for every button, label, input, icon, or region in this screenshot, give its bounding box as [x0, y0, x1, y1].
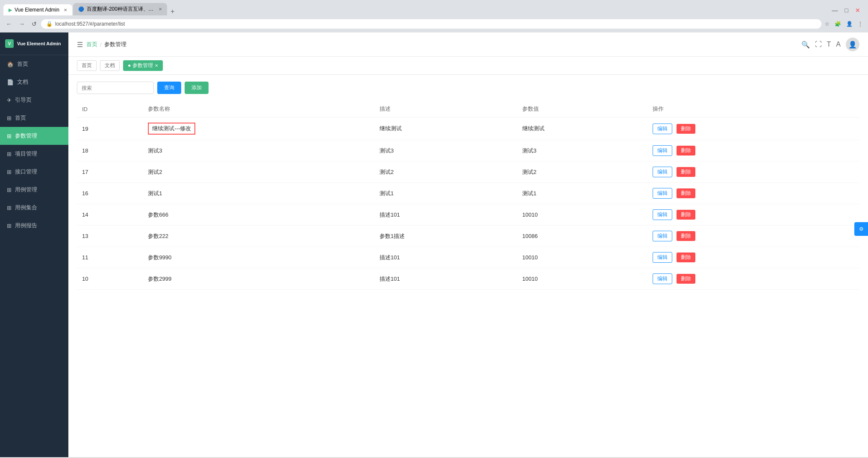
suite-icon: ⊞ [7, 205, 12, 211]
url-lock-icon: 🔒 [46, 21, 53, 27]
cell-name: 参数9990 [143, 247, 374, 268]
delete-button[interactable]: 删除 [677, 188, 695, 198]
tag-docs[interactable]: 文档 [100, 60, 120, 71]
col-name: 参数名称 [143, 101, 374, 117]
tab-title: Vue Element Admin [15, 7, 59, 13]
browser-chrome: ▶ Vue Element Admin ✕ 🔵 百度翻译-200种语言互译、沟通… [0, 0, 868, 32]
cell-action: 编辑 删除 [647, 183, 859, 204]
sidebar-label-report: 用例报告 [15, 222, 37, 229]
param-icon: ⊞ [7, 133, 12, 139]
tab-2[interactable]: 🔵 百度翻译-200种语言互译、沟通... ✕ [73, 3, 167, 15]
sidebar-item-case[interactable]: ⊞ 用例管理 [0, 181, 68, 199]
restore-button[interactable]: □ [842, 5, 851, 15]
avatar[interactable]: 👤 [846, 38, 859, 51]
sidebar-item-param[interactable]: ⊞ 参数管理 [0, 127, 68, 145]
minimize-button[interactable]: — [830, 5, 841, 15]
edit-button[interactable]: 编辑 [653, 123, 672, 134]
sidebar-item-home1[interactable]: 🏠 首页 [0, 55, 68, 73]
tab-title-2: 百度翻译-200种语言互译、沟通... [87, 6, 154, 13]
tag-close-icon[interactable]: ✕ [155, 63, 158, 68]
cell-desc: 描述101 [374, 204, 517, 226]
cell-value: 10010 [517, 247, 647, 268]
edit-button[interactable]: 编辑 [653, 252, 672, 263]
cell-id: 10 [77, 268, 143, 290]
edit-button[interactable]: 编辑 [653, 145, 672, 156]
tag-param[interactable]: ● 参数管理 ✕ [123, 60, 163, 71]
sidebar-item-suite[interactable]: ⊞ 用例集合 [0, 199, 68, 217]
cell-value: 继续测试 [517, 117, 647, 140]
sidebar-item-report[interactable]: ⊞ 用例报告 [0, 217, 68, 235]
sidebar-label-home2: 首页 [15, 114, 26, 122]
breadcrumb-home[interactable]: 首页 [86, 41, 97, 48]
sidebar-label-api: 接口管理 [15, 168, 37, 176]
reload-button[interactable]: ↺ [29, 19, 39, 29]
cell-desc: 测试3 [374, 140, 517, 161]
edit-button[interactable]: 编辑 [653, 231, 672, 241]
hamburger-icon[interactable]: ☰ [77, 41, 83, 49]
profile-button[interactable]: 👤 [844, 19, 854, 29]
cell-id: 17 [77, 161, 143, 183]
close-window-button[interactable]: ✕ [853, 5, 863, 15]
edit-button[interactable]: 编辑 [653, 209, 672, 220]
sidebar-item-docs[interactable]: 📄 文档 [0, 73, 68, 91]
new-tab-button[interactable]: + [168, 8, 177, 15]
sidebar-item-home2[interactable]: ⊞ 首页 [0, 109, 68, 127]
cell-name: 测试2 [143, 161, 374, 183]
tab-1[interactable]: ▶ Vue Element Admin ✕ [3, 4, 72, 15]
breadcrumb-current: 参数管理 [104, 41, 127, 48]
lang-icon[interactable]: A [836, 41, 841, 48]
sidebar-item-api[interactable]: ⊞ 接口管理 [0, 163, 68, 181]
table-area: 查询 添加 ID 参数名称 描述 参数值 操作 19 继续测试---修改 [68, 75, 868, 457]
delete-button[interactable]: 删除 [677, 167, 695, 177]
extension-button[interactable]: 🧩 [833, 19, 843, 29]
sidebar-logo: V Vue Element Admin [0, 32, 68, 55]
edit-button[interactable]: 编辑 [653, 167, 672, 177]
sidebar-label-guide: 引导页 [15, 96, 32, 104]
cell-action: 编辑 删除 [647, 161, 859, 183]
cell-id: 11 [77, 247, 143, 268]
menu-button[interactable]: ⋮ [856, 19, 865, 29]
settings-button[interactable]: ⚙ [854, 222, 868, 236]
tag-home[interactable]: 首页 [77, 60, 97, 71]
delete-button[interactable]: 删除 [677, 252, 695, 262]
home2-icon: ⊞ [7, 115, 12, 121]
cell-id: 19 [77, 117, 143, 140]
delete-button[interactable]: 删除 [677, 210, 695, 220]
project-icon: ⊞ [7, 151, 12, 157]
cell-desc: 测试1 [374, 183, 517, 204]
search-icon[interactable]: 🔍 [801, 41, 810, 49]
back-button[interactable]: ← [3, 19, 15, 29]
report-icon: ⊞ [7, 223, 12, 229]
font-icon[interactable]: T [827, 41, 831, 48]
tab-close[interactable]: ✕ [64, 8, 67, 12]
home1-icon: 🏠 [7, 61, 14, 68]
cell-value: 10086 [517, 226, 647, 247]
cell-value: 测试1 [517, 183, 647, 204]
tab-close-2[interactable]: ✕ [159, 7, 162, 12]
sidebar-item-guide[interactable]: ✈ 引导页 [0, 91, 68, 109]
table-row: 18 测试3 测试3 测试3 编辑 删除 [77, 140, 859, 161]
col-desc: 描述 [374, 101, 517, 117]
forward-button[interactable]: → [16, 19, 27, 29]
bookmark-button[interactable]: ☆ [823, 19, 831, 29]
search-input[interactable] [77, 82, 154, 94]
url-bar[interactable]: 🔒 localhost:9527/#/parameter/list [41, 19, 821, 29]
col-id: ID [77, 101, 143, 117]
fullscreen-icon[interactable]: ⛶ [815, 41, 822, 48]
add-button[interactable]: 添加 [185, 82, 209, 94]
table-row: 19 继续测试---修改 继续测试 继续测试 编辑 删除 [77, 117, 859, 140]
delete-button[interactable]: 删除 [677, 124, 695, 134]
sidebar: V Vue Element Admin 🏠 首页 📄 文档 ✈ 引导页 ⊞ 首页… [0, 32, 68, 457]
url-text: localhost:9527/#/parameter/list [55, 21, 125, 27]
query-button[interactable]: 查询 [157, 82, 181, 94]
app-container: V Vue Element Admin 🏠 首页 📄 文档 ✈ 引导页 ⊞ 首页… [0, 32, 868, 457]
address-bar-row: ← → ↺ 🔒 localhost:9527/#/parameter/list … [0, 15, 868, 32]
delete-button[interactable]: 删除 [677, 274, 695, 284]
delete-button[interactable]: 删除 [677, 231, 695, 241]
table-row: 16 测试1 测试1 测试1 编辑 删除 [77, 183, 859, 204]
page-header-right: 🔍 ⛶ T A 👤 [801, 38, 859, 51]
sidebar-item-project[interactable]: ⊞ 项目管理 [0, 145, 68, 163]
edit-button[interactable]: 编辑 [653, 273, 672, 284]
delete-button[interactable]: 删除 [677, 146, 695, 156]
edit-button[interactable]: 编辑 [653, 188, 672, 199]
